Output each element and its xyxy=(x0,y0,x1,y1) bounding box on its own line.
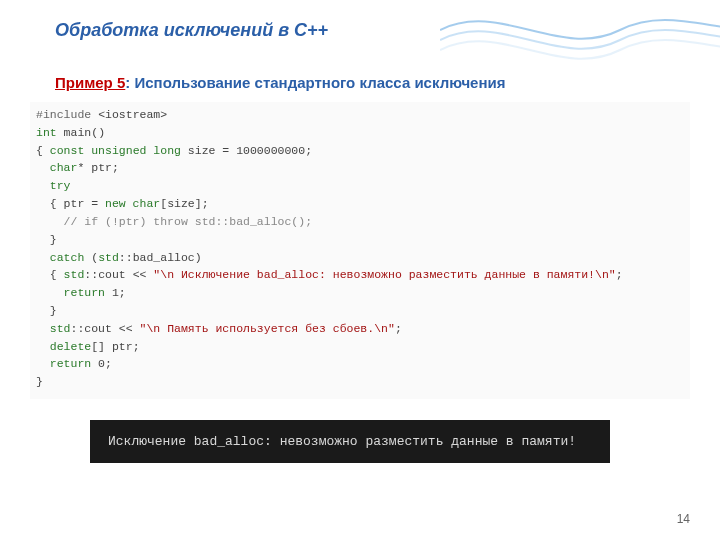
decorative-wave xyxy=(440,0,720,80)
code-token: main() xyxy=(57,126,105,139)
code-token: { xyxy=(36,268,64,281)
code-token: ; xyxy=(395,322,402,335)
code-token: } xyxy=(36,375,43,388)
code-token: 1; xyxy=(105,286,126,299)
example-number: Пример 5 xyxy=(55,74,125,91)
code-token: return xyxy=(36,286,105,299)
code-token: return xyxy=(36,357,91,370)
code-token: std xyxy=(36,322,71,335)
example-subtitle: Пример 5: Использование стандартного кла… xyxy=(55,74,506,91)
code-token: ::cout << xyxy=(71,322,140,335)
code-token: [size]; xyxy=(160,197,208,210)
code-string: "\n Память используется без сбоев.\n" xyxy=(140,322,395,335)
code-token: { ptr = xyxy=(36,197,105,210)
code-token: #include xyxy=(36,108,98,121)
code-comment: // if (!ptr) throw std::bad_alloc(); xyxy=(36,215,312,228)
page-number: 14 xyxy=(677,512,690,526)
subtitle-text: Использование стандартного класса исключ… xyxy=(134,74,505,91)
code-token: ( xyxy=(84,251,98,264)
code-token: new char xyxy=(105,197,160,210)
code-token: * ptr; xyxy=(77,161,118,174)
code-token: { xyxy=(36,144,50,157)
code-string: "\n Исключение bad_alloc: невозможно раз… xyxy=(153,268,615,281)
code-token: std xyxy=(64,268,85,281)
code-token: try xyxy=(36,179,71,192)
code-token: size = 1000000000; xyxy=(181,144,312,157)
code-token: int xyxy=(36,126,57,139)
code-token: const unsigned long xyxy=(50,144,181,157)
code-token: <iostream> xyxy=(98,108,167,121)
console-output: Исключение bad_alloc: невозможно размест… xyxy=(90,420,610,463)
code-token: } xyxy=(36,233,57,246)
console-line: Исключение bad_alloc: невозможно размест… xyxy=(108,434,576,449)
code-block: #include <iostream> int main() { const u… xyxy=(30,102,690,399)
code-token: delete xyxy=(36,340,91,353)
code-token: ::cout << xyxy=(84,268,153,281)
code-token: } xyxy=(36,304,57,317)
slide-title: Обработка исключений в С++ xyxy=(55,20,328,41)
code-token: ; xyxy=(616,268,623,281)
code-token: catch xyxy=(36,251,84,264)
code-token: 0; xyxy=(91,357,112,370)
code-token: char xyxy=(36,161,77,174)
code-token: [] ptr; xyxy=(91,340,139,353)
code-token: std xyxy=(98,251,119,264)
code-token: ::bad_alloc) xyxy=(119,251,202,264)
